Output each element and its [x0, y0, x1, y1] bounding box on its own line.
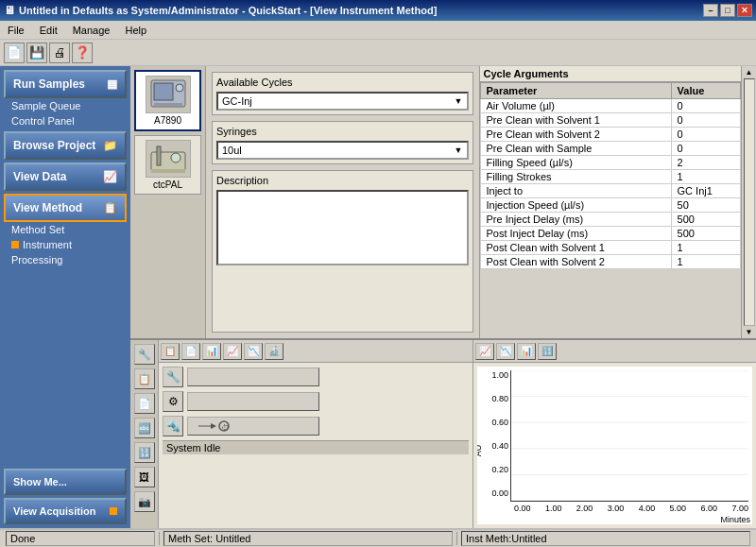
value-cell[interactable]: 500 — [671, 213, 740, 227]
value-cell[interactable]: GC Inj1 — [671, 184, 740, 198]
value-cell[interactable]: 0 — [671, 99, 740, 113]
mt-btn-2[interactable]: 📄 — [181, 343, 200, 360]
svg-marker-9 — [211, 423, 216, 429]
value-cell[interactable]: 0 — [671, 128, 740, 142]
instrument-sequence: 🔧 ⚙ 🔩 ⏱ — [159, 363, 472, 528]
mt-btn-1[interactable]: 📋 — [161, 343, 180, 360]
param-cell: Post Clean with Solvent 2 — [480, 255, 671, 269]
table-row[interactable]: Pre Clean with Solvent 20 — [480, 128, 741, 142]
description-box[interactable] — [216, 190, 469, 265]
close-button[interactable]: ✕ — [737, 4, 752, 17]
mt-btn-6[interactable]: 🔬 — [265, 343, 284, 360]
description-title: Description — [216, 175, 469, 186]
bl-btn-6[interactable]: 🖼 — [134, 467, 155, 487]
value-cell[interactable]: 0 — [671, 142, 740, 156]
syringes-dropdown-row: 10ul ▼ — [216, 141, 469, 160]
control-panel-button[interactable]: Control Panel — [4, 113, 127, 128]
menu-manage[interactable]: Manage — [69, 24, 114, 37]
menu-file[interactable]: File — [4, 24, 28, 37]
value-cell[interactable]: 500 — [671, 227, 740, 241]
titlebar-title: 🖥 Untitled in Defaults as System/Adminis… — [4, 4, 437, 17]
titlebar: 🖥 Untitled in Defaults as System/Adminis… — [0, 0, 756, 21]
table-row[interactable]: Post Inject Delay (ms)500 — [480, 227, 741, 241]
mt-btn-5[interactable]: 📉 — [244, 343, 263, 360]
bl-btn-4[interactable]: 🔤 — [134, 418, 155, 438]
value-cell[interactable]: 1 — [671, 255, 740, 269]
scroll-up-button[interactable]: ▲ — [746, 68, 753, 77]
print-button[interactable]: 🖨 — [49, 43, 70, 63]
sample-queue-button[interactable]: Sample Queue — [4, 98, 127, 113]
scroll-track[interactable] — [744, 78, 755, 326]
mt-btn-3[interactable]: 📊 — [202, 343, 221, 360]
syringes-dropdown[interactable]: 10ul ▼ — [216, 141, 469, 160]
table-row[interactable]: Post Clean with Solvent 21 — [480, 255, 741, 269]
method-set-button[interactable]: Method Set — [4, 222, 127, 237]
menu-help[interactable]: Help — [121, 24, 150, 37]
show-me-button[interactable]: Show Me... — [4, 469, 127, 495]
titlebar-text: Untitled in Defaults as System/Administr… — [19, 5, 437, 16]
table-row[interactable]: Pre Clean with Sample0 — [480, 142, 741, 156]
bottom-left-toolbar: 🔧 📋 📄 🔤 🔢 🖼 📷 — [130, 340, 159, 528]
table-row[interactable]: Air Volume (µl)0 — [480, 99, 741, 113]
bl-btn-5[interactable]: 🔢 — [134, 442, 155, 463]
chart-plot — [510, 370, 748, 502]
description-group: Description — [212, 170, 473, 333]
minimize-button[interactable]: – — [703, 4, 718, 17]
bl-btn-7[interactable]: 📷 — [134, 491, 155, 512]
table-row[interactable]: Inject toGC Inj1 — [480, 184, 741, 198]
value-cell[interactable]: 1 — [671, 241, 740, 255]
chart-btn-1[interactable]: 📈 — [475, 343, 494, 360]
scroll-down-button[interactable]: ▼ — [746, 328, 753, 336]
table-row[interactable]: Pre Clean with Solvent 10 — [480, 113, 741, 128]
seq-icon-2: ⚙ — [163, 391, 183, 412]
instrument-label-ctcpal: ctcPAL — [153, 179, 182, 190]
browse-project-button[interactable]: Browse Project 📁 — [4, 131, 127, 160]
param-cell: Post Inject Delay (ms) — [480, 227, 671, 241]
cycles-dropdown[interactable]: GC-Inj ▼ — [216, 92, 469, 111]
cycle-args-header: Cycle Arguments — [480, 66, 742, 82]
chart-btn-4[interactable]: 🔢 — [538, 343, 557, 360]
menu-edit[interactable]: Edit — [36, 24, 61, 37]
cycles-dropdown-row: GC-Inj ▼ — [216, 92, 469, 111]
value-cell[interactable]: 50 — [671, 198, 740, 213]
run-samples-button[interactable]: Run Samples ▦ — [4, 70, 127, 98]
sidebar-section-browse-project: Browse Project 📁 — [4, 131, 127, 160]
seq-icon-3: 🔩 — [163, 416, 183, 436]
instrument-item-ctcpal[interactable]: ctcPAL — [134, 135, 201, 195]
value-cell[interactable]: 2 — [671, 156, 740, 170]
save-button[interactable]: 💾 — [26, 43, 47, 63]
chart-btn-3[interactable]: 📊 — [517, 343, 536, 360]
param-cell: Post Clean with Solvent 1 — [480, 241, 671, 255]
help-button[interactable]: ❓ — [72, 43, 93, 63]
table-row[interactable]: Post Clean with Solvent 11 — [480, 241, 741, 255]
table-row[interactable]: Filling Strokes1 — [480, 170, 741, 184]
status-inst-meth: Inst Meth:Untitled — [461, 531, 750, 546]
bl-btn-1[interactable]: 🔧 — [134, 344, 155, 365]
param-cell: Pre Clean with Sample — [480, 142, 671, 156]
table-row[interactable]: Injection Speed (µl/s)50 — [480, 198, 741, 213]
svg-rect-5 — [157, 146, 161, 165]
bl-btn-3[interactable]: 📄 — [134, 393, 155, 414]
bl-btn-2[interactable]: 📋 — [134, 368, 155, 389]
sidebar-section-view-data: View Data 📈 — [4, 162, 127, 191]
instrument-button[interactable]: Instrument — [4, 237, 127, 252]
svg-rect-6 — [151, 169, 185, 173]
chart-btn-2[interactable]: 📉 — [496, 343, 515, 360]
view-data-button[interactable]: View Data 📈 — [4, 162, 127, 191]
mt-btn-4[interactable]: 📈 — [223, 343, 242, 360]
right-scrollbar[interactable]: ▲ ▼ — [741, 66, 756, 338]
param-cell: Filling Strokes — [480, 170, 671, 184]
content-area: A7890 ctcPAL A — [130, 66, 756, 528]
status-done: Done — [6, 531, 155, 546]
instrument-icon-ctcpal — [146, 140, 191, 178]
instrument-item-a7890[interactable]: A7890 — [134, 70, 201, 131]
new-button[interactable]: 📄 — [4, 43, 25, 63]
table-row[interactable]: Pre Inject Delay (ms)500 — [480, 213, 741, 227]
value-cell[interactable]: 0 — [671, 113, 740, 128]
view-acquisition-button[interactable]: View Acquisition — [4, 498, 127, 524]
maximize-button[interactable]: □ — [720, 4, 735, 17]
processing-button[interactable]: Processing — [4, 252, 127, 267]
table-row[interactable]: Filling Speed (µl/s)2 — [480, 156, 741, 170]
value-cell[interactable]: 1 — [671, 170, 740, 184]
view-method-button[interactable]: View Method 📋 — [4, 194, 127, 222]
